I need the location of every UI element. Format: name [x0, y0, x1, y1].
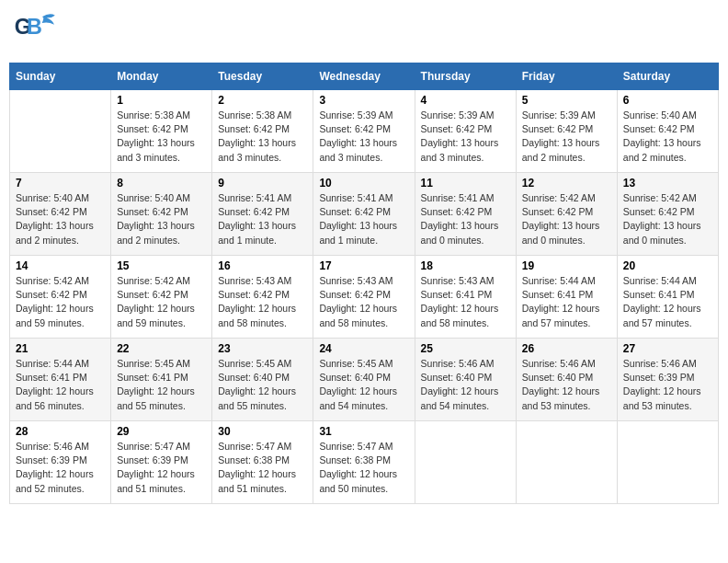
day-number: 7	[16, 177, 105, 190]
day-info: Sunrise: 5:45 AM Sunset: 6:40 PM Dayligh…	[319, 357, 408, 413]
day-info: Sunrise: 5:46 AM Sunset: 6:40 PM Dayligh…	[421, 357, 510, 413]
day-info: Sunrise: 5:39 AM Sunset: 6:42 PM Dayligh…	[319, 109, 408, 165]
week-row-3: 14Sunrise: 5:42 AM Sunset: 6:42 PM Dayli…	[10, 256, 719, 339]
day-info: Sunrise: 5:44 AM Sunset: 6:41 PM Dayligh…	[16, 357, 105, 413]
cell-1-5: 4Sunrise: 5:39 AM Sunset: 6:42 PM Daylig…	[415, 90, 516, 173]
col-header-saturday: Saturday	[617, 63, 718, 90]
day-info: Sunrise: 5:41 AM Sunset: 6:42 PM Dayligh…	[421, 191, 510, 247]
cell-3-7: 20Sunrise: 5:44 AM Sunset: 6:41 PM Dayli…	[617, 256, 718, 339]
col-header-monday: Monday	[111, 63, 212, 90]
cell-5-3: 30Sunrise: 5:47 AM Sunset: 6:38 PM Dayli…	[212, 421, 313, 504]
cell-5-1: 28Sunrise: 5:46 AM Sunset: 6:39 PM Dayli…	[10, 421, 111, 504]
day-number: 18	[421, 259, 510, 272]
cell-3-2: 15Sunrise: 5:42 AM Sunset: 6:42 PM Dayli…	[111, 256, 212, 339]
day-number: 26	[522, 342, 611, 355]
day-number: 22	[117, 342, 206, 355]
week-row-5: 28Sunrise: 5:46 AM Sunset: 6:39 PM Dayli…	[10, 421, 719, 504]
day-number: 5	[522, 94, 611, 107]
day-number: 13	[623, 177, 712, 190]
day-info: Sunrise: 5:38 AM Sunset: 6:42 PM Dayligh…	[218, 109, 307, 165]
day-info: Sunrise: 5:45 AM Sunset: 6:41 PM Dayligh…	[117, 357, 206, 413]
col-header-sunday: Sunday	[10, 63, 111, 90]
day-info: Sunrise: 5:42 AM Sunset: 6:42 PM Dayligh…	[16, 274, 105, 330]
calendar-table: SundayMondayTuesdayWednesdayThursdayFrid…	[9, 63, 719, 504]
cell-4-1: 21Sunrise: 5:44 AM Sunset: 6:41 PM Dayli…	[10, 339, 111, 421]
day-number: 17	[319, 259, 408, 272]
day-number: 15	[117, 259, 206, 272]
cell-3-5: 18Sunrise: 5:43 AM Sunset: 6:41 PM Dayli…	[415, 256, 516, 339]
cell-1-7: 6Sunrise: 5:40 AM Sunset: 6:42 PM Daylig…	[617, 90, 718, 173]
cell-4-6: 26Sunrise: 5:46 AM Sunset: 6:40 PM Dayli…	[516, 339, 617, 421]
cell-3-3: 16Sunrise: 5:43 AM Sunset: 6:42 PM Dayli…	[212, 256, 313, 339]
day-info: Sunrise: 5:44 AM Sunset: 6:41 PM Dayligh…	[623, 274, 712, 330]
week-row-2: 7Sunrise: 5:40 AM Sunset: 6:42 PM Daylig…	[10, 173, 719, 256]
cell-5-7	[617, 421, 718, 504]
cell-1-1	[10, 90, 111, 173]
day-number: 20	[623, 259, 712, 272]
day-number: 11	[421, 177, 510, 190]
cell-5-2: 29Sunrise: 5:47 AM Sunset: 6:39 PM Dayli…	[111, 421, 212, 504]
column-headers: SundayMondayTuesdayWednesdayThursdayFrid…	[10, 63, 719, 90]
day-number: 4	[421, 94, 510, 107]
week-row-1: 1Sunrise: 5:38 AM Sunset: 6:42 PM Daylig…	[10, 90, 719, 173]
day-info: Sunrise: 5:41 AM Sunset: 6:42 PM Dayligh…	[218, 191, 307, 247]
day-info: Sunrise: 5:47 AM Sunset: 6:39 PM Dayligh…	[117, 440, 206, 496]
cell-3-6: 19Sunrise: 5:44 AM Sunset: 6:41 PM Dayli…	[516, 256, 617, 339]
day-number: 3	[319, 94, 408, 107]
cell-2-5: 11Sunrise: 5:41 AM Sunset: 6:42 PM Dayli…	[415, 173, 516, 256]
cell-1-3: 2Sunrise: 5:38 AM Sunset: 6:42 PM Daylig…	[212, 90, 313, 173]
day-number: 30	[218, 425, 307, 438]
day-info: Sunrise: 5:46 AM Sunset: 6:40 PM Dayligh…	[522, 357, 611, 413]
day-number: 29	[117, 425, 206, 438]
day-info: Sunrise: 5:40 AM Sunset: 6:42 PM Dayligh…	[16, 191, 105, 247]
day-number: 28	[16, 425, 105, 438]
day-number: 31	[319, 425, 408, 438]
cell-2-2: 8Sunrise: 5:40 AM Sunset: 6:42 PM Daylig…	[111, 173, 212, 256]
week-row-4: 21Sunrise: 5:44 AM Sunset: 6:41 PM Dayli…	[10, 339, 719, 421]
cell-2-1: 7Sunrise: 5:40 AM Sunset: 6:42 PM Daylig…	[10, 173, 111, 256]
day-number: 23	[218, 342, 307, 355]
day-info: Sunrise: 5:47 AM Sunset: 6:38 PM Dayligh…	[218, 440, 307, 496]
cell-5-5	[415, 421, 516, 504]
day-number: 6	[623, 94, 712, 107]
day-number: 1	[117, 94, 206, 107]
cell-4-7: 27Sunrise: 5:46 AM Sunset: 6:39 PM Dayli…	[617, 339, 718, 421]
logo: G B	[13, 9, 61, 55]
cell-3-1: 14Sunrise: 5:42 AM Sunset: 6:42 PM Dayli…	[10, 256, 111, 339]
day-number: 9	[218, 177, 307, 190]
day-info: Sunrise: 5:46 AM Sunset: 6:39 PM Dayligh…	[623, 357, 712, 413]
day-info: Sunrise: 5:45 AM Sunset: 6:40 PM Dayligh…	[218, 357, 307, 413]
cell-1-6: 5Sunrise: 5:39 AM Sunset: 6:42 PM Daylig…	[516, 90, 617, 173]
day-number: 21	[16, 342, 105, 355]
svg-text:B: B	[27, 15, 42, 39]
page-header: G B	[9, 9, 719, 55]
day-number: 8	[117, 177, 206, 190]
cell-2-7: 13Sunrise: 5:42 AM Sunset: 6:42 PM Dayli…	[617, 173, 718, 256]
cell-5-4: 31Sunrise: 5:47 AM Sunset: 6:38 PM Dayli…	[313, 421, 415, 504]
day-number: 14	[16, 259, 105, 272]
day-info: Sunrise: 5:39 AM Sunset: 6:42 PM Dayligh…	[522, 109, 611, 165]
cell-2-6: 12Sunrise: 5:42 AM Sunset: 6:42 PM Dayli…	[516, 173, 617, 256]
day-info: Sunrise: 5:42 AM Sunset: 6:42 PM Dayligh…	[623, 191, 712, 247]
day-info: Sunrise: 5:43 AM Sunset: 6:42 PM Dayligh…	[319, 274, 408, 330]
col-header-thursday: Thursday	[415, 63, 516, 90]
cell-4-2: 22Sunrise: 5:45 AM Sunset: 6:41 PM Dayli…	[111, 339, 212, 421]
day-info: Sunrise: 5:47 AM Sunset: 6:38 PM Dayligh…	[319, 440, 408, 496]
day-info: Sunrise: 5:39 AM Sunset: 6:42 PM Dayligh…	[421, 109, 510, 165]
cell-5-6	[516, 421, 617, 504]
col-header-friday: Friday	[516, 63, 617, 90]
day-number: 27	[623, 342, 712, 355]
day-number: 25	[421, 342, 510, 355]
day-number: 19	[522, 259, 611, 272]
col-header-tuesday: Tuesday	[212, 63, 313, 90]
day-info: Sunrise: 5:41 AM Sunset: 6:42 PM Dayligh…	[319, 191, 408, 247]
cell-2-4: 10Sunrise: 5:41 AM Sunset: 6:42 PM Dayli…	[313, 173, 415, 256]
cell-3-4: 17Sunrise: 5:43 AM Sunset: 6:42 PM Dayli…	[313, 256, 415, 339]
day-info: Sunrise: 5:44 AM Sunset: 6:41 PM Dayligh…	[522, 274, 611, 330]
day-number: 16	[218, 259, 307, 272]
logo-icon: G B	[13, 9, 59, 55]
day-info: Sunrise: 5:46 AM Sunset: 6:39 PM Dayligh…	[16, 440, 105, 496]
day-number: 12	[522, 177, 611, 190]
cell-4-4: 24Sunrise: 5:45 AM Sunset: 6:40 PM Dayli…	[313, 339, 415, 421]
cell-4-3: 23Sunrise: 5:45 AM Sunset: 6:40 PM Dayli…	[212, 339, 313, 421]
